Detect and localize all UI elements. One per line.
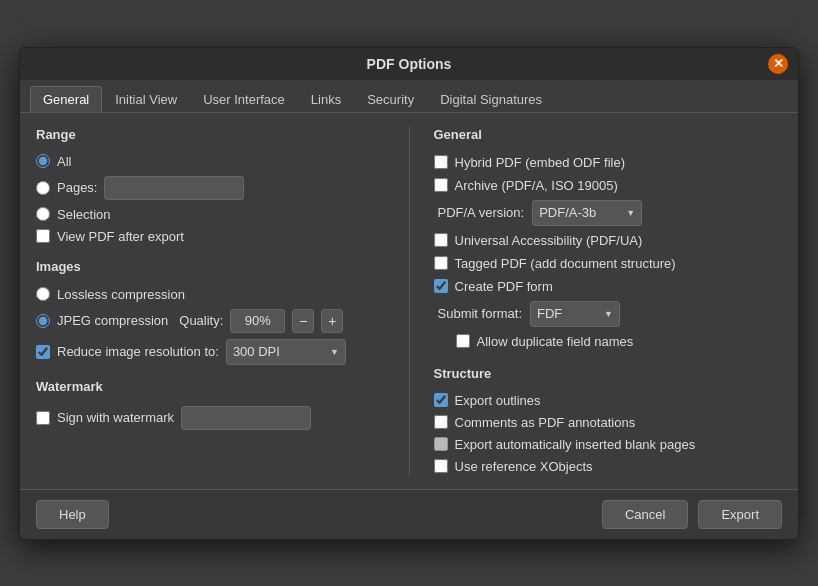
duplicate-row: Allow duplicate field names [456,333,783,350]
range-title: Range [36,127,385,142]
comments-checkbox[interactable] [434,415,448,429]
plus-button[interactable]: + [321,309,343,333]
archive-label[interactable]: Archive (PDF/A, ISO 19005) [455,178,618,193]
submit-select-wrapper: FDF PDF HTML XML [530,301,620,327]
panel-divider [409,127,410,475]
quality-input[interactable] [230,309,285,333]
tab-security[interactable]: Security [354,86,427,112]
main-content: Range All Pages: Selection View PDF afte… [20,113,798,489]
watermark-section: Watermark Sign with watermark [36,379,385,431]
left-panel: Range All Pages: Selection View PDF afte… [36,127,385,475]
hybrid-pdf-label[interactable]: Hybrid PDF (embed ODF file) [455,155,625,170]
watermark-label[interactable]: Sign with watermark [57,410,174,425]
blank-pages-row: Export automatically inserted blank page… [434,436,783,453]
radio-lossless[interactable] [36,287,50,301]
resolution-select[interactable]: 300 DPI 150 DPI 72 DPI [226,339,346,365]
create-form-checkbox[interactable] [434,279,448,293]
images-title: Images [36,259,385,274]
pdfa-row: PDF/A version: PDF/A-3b PDF/A-1b PDF/A-2… [438,200,783,226]
view-pdf-checkbox[interactable] [36,229,50,243]
watermark-row: Sign with watermark [36,405,385,431]
export-outlines-row: Export outlines [434,392,783,409]
right-general-title: General [434,127,783,142]
watermark-input[interactable] [181,406,311,430]
structure-title: Structure [434,366,783,381]
create-form-label[interactable]: Create PDF form [455,279,553,294]
export-outlines-label[interactable]: Export outlines [455,393,541,408]
radio-pages-label[interactable]: Pages: [57,180,97,195]
help-button[interactable]: Help [36,500,109,529]
jpeg-label[interactable]: JPEG compression [57,313,168,328]
submit-label: Submit format: [438,306,523,321]
hybrid-pdf-checkbox[interactable] [434,155,448,169]
tab-digital-signatures[interactable]: Digital Signatures [427,86,555,112]
footer: Help Cancel Export [20,489,798,539]
watermark-title: Watermark [36,379,385,394]
tab-bar: General Initial View User Interface Link… [20,80,798,113]
tagged-label[interactable]: Tagged PDF (add document structure) [455,256,676,271]
hybrid-pdf-row: Hybrid PDF (embed ODF file) [434,154,783,171]
comments-label[interactable]: Comments as PDF annotations [455,415,636,430]
lossless-label[interactable]: Lossless compression [57,287,185,302]
footer-right: Cancel Export [602,500,782,529]
create-form-row: Create PDF form [434,278,783,295]
title-bar: PDF Options ✕ [20,48,798,80]
reference-checkbox[interactable] [434,459,448,473]
range-section: Range All Pages: Selection View PDF afte… [36,127,385,245]
comments-row: Comments as PDF annotations [434,414,783,431]
universal-label[interactable]: Universal Accessibility (PDF/UA) [455,233,643,248]
view-pdf-row: View PDF after export [36,228,385,245]
export-button[interactable]: Export [698,500,782,529]
pdfa-label: PDF/A version: [438,205,525,220]
structure-section: Structure Export outlines Comments as PD… [434,366,783,475]
tab-initial-view[interactable]: Initial View [102,86,190,112]
lossless-row: Lossless compression [36,286,385,303]
radio-selection-label[interactable]: Selection [57,207,110,222]
close-button[interactable]: ✕ [768,54,788,74]
pages-input[interactable] [104,176,244,200]
quality-label: Quality: [179,313,223,328]
reference-label[interactable]: Use reference XObjects [455,459,593,474]
duplicate-label[interactable]: Allow duplicate field names [477,334,634,349]
universal-checkbox[interactable] [434,233,448,247]
resolution-row: Reduce image resolution to: 300 DPI 150 … [36,339,385,365]
duplicate-checkbox[interactable] [456,334,470,348]
jpeg-row: JPEG compression Quality: − + [36,309,385,333]
submit-row: Submit format: FDF PDF HTML XML [438,301,783,327]
export-outlines-checkbox[interactable] [434,393,448,407]
images-section: Images Lossless compression JPEG compres… [36,259,385,365]
radio-all[interactable] [36,154,50,168]
tab-user-interface[interactable]: User Interface [190,86,298,112]
reference-row: Use reference XObjects [434,458,783,475]
radio-all-row: All [36,153,385,170]
right-general-section: General Hybrid PDF (embed ODF file) Arch… [434,127,783,350]
tab-links[interactable]: Links [298,86,354,112]
radio-jpeg[interactable] [36,314,50,328]
archive-checkbox[interactable] [434,178,448,192]
pdfa-select[interactable]: PDF/A-3b PDF/A-1b PDF/A-2b [532,200,642,226]
tagged-checkbox[interactable] [434,256,448,270]
tab-general[interactable]: General [30,86,102,112]
tagged-row: Tagged PDF (add document structure) [434,255,783,272]
watermark-checkbox[interactable] [36,411,50,425]
pdfa-select-wrapper: PDF/A-3b PDF/A-1b PDF/A-2b [532,200,642,226]
dialog-title: PDF Options [367,56,452,72]
blank-pages-label: Export automatically inserted blank page… [455,437,696,452]
radio-selection-row: Selection [36,206,385,223]
submit-select[interactable]: FDF PDF HTML XML [530,301,620,327]
radio-all-label[interactable]: All [57,154,71,169]
reduce-resolution-label[interactable]: Reduce image resolution to: [57,344,219,359]
minus-button[interactable]: − [292,309,314,333]
cancel-button[interactable]: Cancel [602,500,688,529]
blank-pages-checkbox[interactable] [434,437,448,451]
pdf-options-dialog: PDF Options ✕ General Initial View User … [19,47,799,540]
radio-selection[interactable] [36,207,50,221]
archive-row: Archive (PDF/A, ISO 19005) [434,177,783,194]
radio-pages-row: Pages: [36,175,385,201]
reduce-resolution-checkbox[interactable] [36,345,50,359]
right-panel: General Hybrid PDF (embed ODF file) Arch… [434,127,783,475]
view-pdf-label[interactable]: View PDF after export [57,229,184,244]
resolution-select-wrapper: 300 DPI 150 DPI 72 DPI [226,339,346,365]
radio-pages[interactable] [36,181,50,195]
universal-row: Universal Accessibility (PDF/UA) [434,232,783,249]
